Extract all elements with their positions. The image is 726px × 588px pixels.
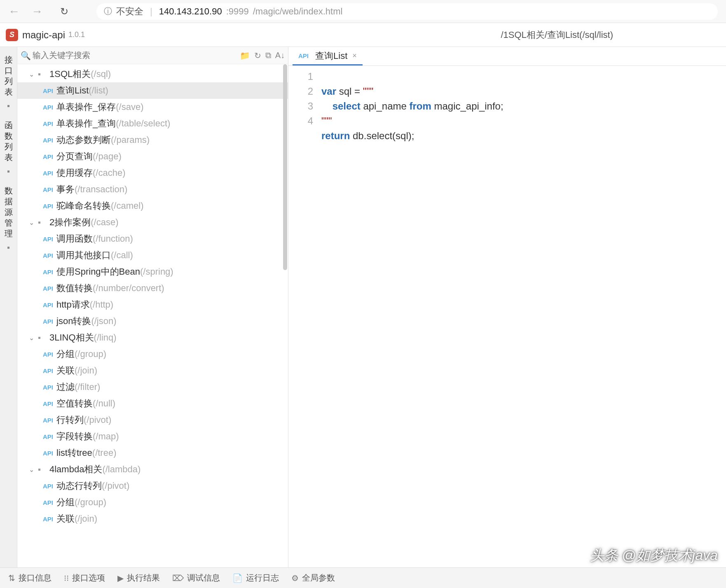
status-icon: ▶	[117, 573, 124, 583]
new-folder-icon[interactable]: 📁	[240, 51, 250, 61]
api-badge: API	[43, 450, 53, 457]
folder-icon: ▪	[38, 70, 41, 79]
tree-api-item[interactable]: API过滤(/filter)	[17, 379, 288, 395]
copy-icon[interactable]: ⧉	[265, 51, 271, 61]
api-badge: API	[43, 137, 53, 144]
chevron-down-icon: ⌄	[29, 334, 34, 342]
api-badge: API	[43, 499, 53, 506]
tree-api-item[interactable]: API事务(/transaction)	[17, 181, 288, 198]
api-badge: API	[43, 367, 53, 374]
vertical-tab[interactable]: 数据源管理	[5, 184, 13, 240]
status-item[interactable]: ▶执行结果	[117, 572, 160, 583]
tree-api-item[interactable]: API调用函数(/function)	[17, 231, 288, 247]
api-badge: API	[43, 104, 53, 111]
status-item[interactable]: ⚙全局参数	[291, 572, 335, 583]
status-icon: 📄	[232, 573, 243, 583]
nav-forward-icon[interactable]: →	[31, 5, 43, 18]
api-badge: API	[43, 400, 53, 407]
sidebar: 🔍 📁 ↻ ⧉ A↓ ⌄▪1SQL相关(/sql)API查询List(/list…	[17, 47, 288, 567]
scrollbar-thumb[interactable]	[283, 64, 287, 270]
tree-api-item[interactable]: API分组(/group)	[17, 494, 288, 511]
code-content[interactable]: var sql = """ select api_name from magic…	[321, 66, 726, 567]
tree-api-item[interactable]: API动态参数判断(/params)	[17, 132, 288, 148]
tree-api-item[interactable]: API行转列(/pivot)	[17, 412, 288, 428]
insecure-label: 不安全	[116, 5, 143, 18]
tree-api-item[interactable]: API动态行转列(/pivot)	[17, 478, 288, 494]
app-title: magic-api	[22, 29, 65, 41]
api-badge: API	[43, 433, 53, 440]
url-path: /magic/web/index.html	[253, 6, 343, 17]
url-bar[interactable]: ⓘ 不安全 | 140.143.210.90:9999/magic/web/in…	[96, 3, 718, 20]
reload-icon[interactable]: ↻	[254, 51, 261, 61]
app-header: S magic-api 1.0.1 /1SQL相关/查询List(/sql/li…	[0, 23, 726, 47]
chevron-down-icon: ⌄	[29, 70, 34, 78]
tree-api-item[interactable]: API分页查询(/page)	[17, 148, 288, 165]
status-icon: ⚙	[291, 573, 299, 583]
chevron-down-icon: ⌄	[29, 219, 34, 226]
tree-api-item[interactable]: APIhttp请求(/http)	[17, 296, 288, 313]
tree-api-item[interactable]: API关联(/join)	[17, 511, 288, 527]
status-item[interactable]: 📄运行日志	[232, 572, 279, 583]
search-icon: 🔍	[21, 51, 31, 61]
vertical-tab[interactable]: 接口列表	[5, 53, 13, 99]
editor-tabs: API 查询List ×	[288, 47, 726, 66]
url-host: 140.143.210.90	[159, 6, 222, 17]
tree-api-item[interactable]: API单表操作_保存(/save)	[17, 99, 288, 115]
status-icon: ⇅	[8, 573, 15, 583]
tree-api-item[interactable]: APIjson转换(/json)	[17, 313, 288, 329]
api-badge: API	[43, 252, 53, 259]
status-item[interactable]: ⇅接口信息	[8, 572, 52, 583]
search-input[interactable]	[33, 51, 240, 60]
tree-api-item[interactable]: API数值转换(/number/convert)	[17, 280, 288, 296]
app-version: 1.0.1	[68, 30, 85, 39]
api-badge: API	[43, 351, 53, 358]
nav-back-icon[interactable]: ←	[8, 5, 20, 18]
app-logo-icon: S	[6, 29, 18, 41]
status-item[interactable]: ⁝⁝接口选项	[64, 572, 105, 583]
tree-group[interactable]: ⌄▪4lambda相关(/lambda)	[17, 461, 288, 478]
close-icon[interactable]: ×	[352, 51, 357, 60]
refresh-icon[interactable]: ↻	[60, 6, 68, 17]
api-badge: API	[43, 516, 53, 523]
url-port: :9999	[226, 6, 249, 17]
api-badge: API	[43, 153, 53, 160]
tree-api-item[interactable]: API关联(/join)	[17, 362, 288, 379]
api-badge: API	[43, 417, 53, 424]
tree-group[interactable]: ⌄▪1SQL相关(/sql)	[17, 66, 288, 82]
tree-api-item[interactable]: API驼峰命名转换(/camel)	[17, 198, 288, 214]
sort-icon[interactable]: A↓	[275, 51, 285, 61]
tab-query-list[interactable]: API 查询List ×	[293, 47, 363, 65]
api-badge: API	[43, 483, 53, 490]
tree-group[interactable]: ⌄▪3LINQ相关(/linq)	[17, 329, 288, 346]
editor-pane: API 查询List × 1234 var sql = """ select a…	[288, 47, 726, 567]
tree-api-item[interactable]: API查询List(/list)	[17, 82, 288, 99]
status-bar: ⇅接口信息⁝⁝接口选项▶执行结果⌦调试信息📄运行日志⚙全局参数	[0, 567, 726, 588]
tree-api-item[interactable]: API字段转换(/map)	[17, 428, 288, 445]
tree-api-item[interactable]: API调用其他接口(/call)	[17, 247, 288, 264]
folder-icon: ▪	[7, 167, 10, 176]
status-icon: ⌦	[172, 573, 184, 583]
tree-api-item[interactable]: APIlist转tree(/tree)	[17, 445, 288, 461]
folder-icon: ▪	[38, 218, 41, 227]
line-gutter: 1234	[288, 66, 321, 567]
breadcrumb: /1SQL相关/查询List(/sql/list)	[501, 29, 613, 41]
tree-api-item[interactable]: API分组(/group)	[17, 346, 288, 362]
folder-icon: ▪	[38, 465, 41, 474]
tree-api-item[interactable]: API使用缓存(/cache)	[17, 165, 288, 181]
tree-api-item[interactable]: API单表操作_查询(/table/select)	[17, 115, 288, 132]
vertical-tab[interactable]: 函数列表	[5, 118, 13, 164]
tree-api-item[interactable]: API使用Spring中的Bean(/spring)	[17, 264, 288, 280]
api-tree: ⌄▪1SQL相关(/sql)API查询List(/list)API单表操作_保存…	[17, 64, 288, 567]
code-editor[interactable]: 1234 var sql = """ select api_name from …	[288, 66, 726, 567]
api-badge: API	[43, 87, 53, 94]
info-icon: ⓘ	[104, 6, 112, 17]
api-badge: API	[43, 203, 53, 210]
api-badge: API	[43, 384, 53, 391]
vertical-tabs: 接口列表▪函数列表▪数据源管理▪	[0, 47, 17, 567]
tree-api-item[interactable]: API空值转换(/null)	[17, 395, 288, 412]
folder-icon: ▪	[38, 333, 41, 343]
api-badge: API	[43, 120, 53, 127]
tree-group[interactable]: ⌄▪2操作案例(/case)	[17, 214, 288, 231]
status-item[interactable]: ⌦调试信息	[172, 572, 220, 583]
api-badge: API	[298, 52, 309, 59]
